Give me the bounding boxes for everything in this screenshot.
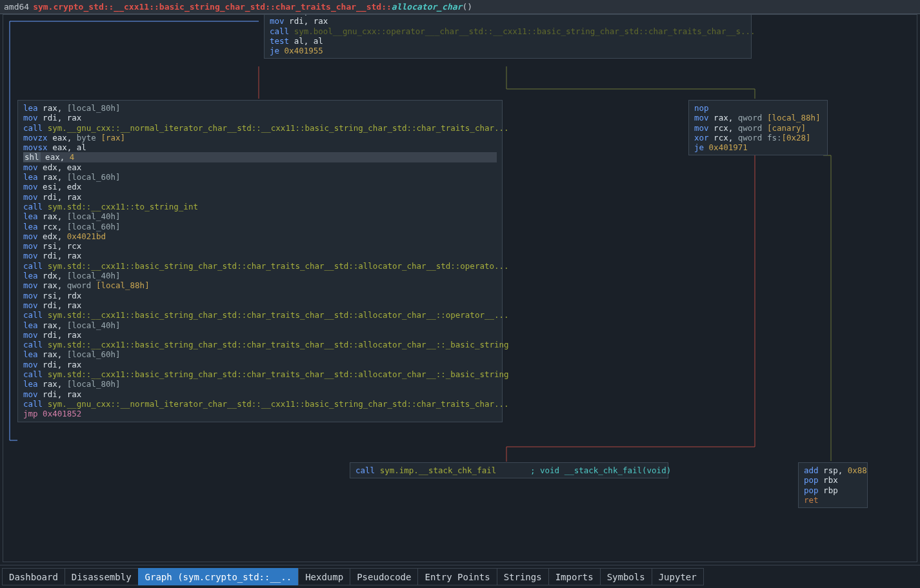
graph-node-main[interactable]: lea rax, [local_80h]mov rdi, raxcall sym… (17, 100, 503, 422)
tab-disassembly[interactable]: Disassembly (65, 568, 139, 585)
tab-strings[interactable]: Strings (497, 568, 549, 585)
title-parens: () (462, 2, 472, 12)
tab-entry-points[interactable]: Entry Points (417, 568, 497, 585)
tab-dashboard[interactable]: Dashboard (2, 568, 65, 585)
tab-hexdump[interactable]: Hexdump (298, 568, 350, 585)
graph-canvas[interactable]: mov rsi, rdxmov rdi, raxcall sym.bool__g… (3, 14, 917, 562)
tab-imports[interactable]: Imports (548, 568, 601, 585)
tab-jupyter[interactable]: Jupyter (652, 568, 704, 585)
title-bar: amd64 sym.crypto_std::__cxx11::basic_str… (0, 0, 920, 14)
tab-graph-sym-crypto-std-[interactable]: Graph (sym.crypto_std::__.. (138, 568, 299, 585)
graph-node-fail[interactable]: call sym.imp.__stack_chk_fail ; void __s… (350, 462, 668, 478)
tab-pseudocode[interactable]: Pseudocode (350, 568, 418, 585)
tab-bar: DashboardDisassemblyGraph (sym.crypto_st… (0, 565, 920, 588)
graph-node-top[interactable]: mov rsi, rdxmov rdi, raxcall sym.bool__g… (264, 14, 752, 59)
graph-node-ret[interactable]: add rsp, 0x88pop rbxpop rbpret (798, 462, 868, 508)
title-symbol-tail: allocator_char (392, 2, 463, 12)
title-arch: amd64 (4, 2, 29, 12)
title-symbol-path: sym.crypto_std::__cxx11::basic_string_ch… (33, 2, 392, 12)
graph-node-canary[interactable]: nopmov rax, qword [local_88h]mov rcx, qw… (688, 100, 828, 155)
tab-symbols[interactable]: Symbols (600, 568, 652, 585)
